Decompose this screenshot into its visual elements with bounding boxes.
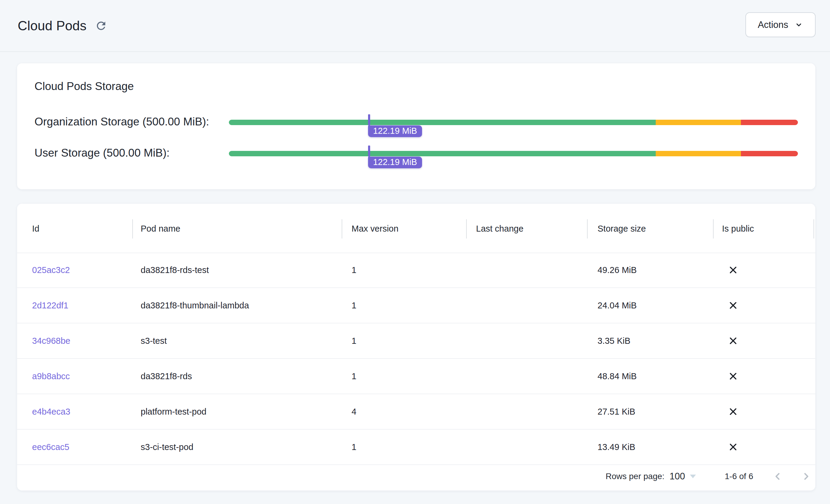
storage-progress-bar bbox=[229, 120, 798, 125]
organization-storage-label: Organization Storage (500.00 MiB): bbox=[34, 115, 209, 129]
column-separator bbox=[342, 219, 342, 239]
column-header-max-version[interactable]: Max version bbox=[352, 224, 398, 234]
row-storage-size: 48.84 MiB bbox=[598, 371, 637, 381]
table-body: 025ac3c2da3821f8-rds-test149.26 MiB2d122… bbox=[17, 253, 815, 465]
x-mark-icon bbox=[727, 300, 739, 311]
column-separator bbox=[813, 219, 814, 239]
storage-bar-green-segment bbox=[229, 120, 656, 125]
table-row: 34c968bes3-test13.35 KiB bbox=[17, 323, 815, 359]
row-max-version: 4 bbox=[352, 407, 356, 417]
user-storage-label: User Storage (500.00 MiB): bbox=[34, 146, 169, 160]
not-public-indicator bbox=[727, 441, 739, 453]
rows-per-page-value: 100 bbox=[670, 471, 685, 482]
storage-bar-red-segment bbox=[741, 120, 798, 125]
refresh-button[interactable] bbox=[94, 19, 108, 33]
chevron-right-icon bbox=[800, 470, 813, 483]
rows-per-page-select[interactable]: 100 bbox=[670, 471, 696, 482]
not-public-indicator bbox=[727, 371, 739, 382]
storage-usage-tooltip: 122.19 MiB bbox=[368, 157, 422, 168]
not-public-indicator bbox=[727, 335, 739, 346]
row-max-version: 1 bbox=[352, 336, 356, 346]
cloud-pods-storage-card: Cloud Pods Storage Organization Storage … bbox=[17, 63, 815, 189]
pagination-range-label: 1-6 of 6 bbox=[725, 472, 753, 481]
x-mark-icon bbox=[727, 441, 739, 453]
row-pod-name: s3-ci-test-pod bbox=[141, 442, 193, 452]
row-storage-size: 3.35 KiB bbox=[598, 336, 631, 346]
table-header-row: Id Pod name Max version Last change Stor… bbox=[17, 204, 815, 253]
caret-down-icon bbox=[690, 475, 696, 478]
x-mark-icon bbox=[727, 335, 739, 346]
row-id-link[interactable]: a9b8abcc bbox=[32, 371, 70, 381]
row-max-version: 1 bbox=[352, 442, 356, 452]
row-id-link[interactable]: 025ac3c2 bbox=[32, 265, 70, 275]
row-max-version: 1 bbox=[352, 265, 356, 275]
not-public-indicator bbox=[727, 300, 739, 311]
row-pod-name: platform-test-pod bbox=[141, 407, 206, 417]
row-id-link[interactable]: eec6cac5 bbox=[32, 442, 69, 452]
row-id-link[interactable]: e4b4eca3 bbox=[32, 407, 70, 417]
page-title: Cloud Pods bbox=[18, 18, 86, 33]
next-page-button[interactable] bbox=[799, 470, 813, 483]
storage-usage-marker bbox=[368, 146, 370, 157]
not-public-indicator bbox=[727, 406, 739, 417]
actions-button[interactable]: Actions bbox=[745, 12, 816, 37]
cloud-pods-table-card: Id Pod name Max version Last change Stor… bbox=[17, 204, 815, 491]
storage-card-title: Cloud Pods Storage bbox=[34, 80, 134, 93]
cloud-pods-page: Cloud Pods Actions Cloud Pods Storage Or… bbox=[0, 0, 830, 504]
storage-usage-tooltip: 122.19 MiB bbox=[368, 125, 422, 137]
row-max-version: 1 bbox=[352, 371, 356, 381]
x-mark-icon bbox=[727, 371, 739, 382]
storage-bar-yellow-segment bbox=[656, 151, 741, 156]
table-row: e4b4eca3platform-test-pod427.51 KiB bbox=[17, 394, 815, 430]
row-pod-name: s3-test bbox=[141, 336, 167, 346]
storage-bar-red-segment bbox=[741, 151, 798, 156]
row-id-link[interactable]: 2d122df1 bbox=[32, 301, 68, 311]
column-separator bbox=[713, 219, 713, 239]
chevron-left-icon bbox=[771, 470, 784, 483]
column-header-storage-size[interactable]: Storage size bbox=[598, 224, 646, 234]
storage-usage-marker bbox=[368, 114, 370, 125]
table-row: a9b8abccda3821f8-rds148.84 MiB bbox=[17, 359, 815, 394]
table-pagination: Rows per page: 100 1-6 of 6 bbox=[17, 462, 815, 491]
x-mark-icon bbox=[727, 406, 739, 417]
storage-bar-green-segment bbox=[229, 151, 656, 156]
column-header-id[interactable]: Id bbox=[32, 224, 39, 234]
previous-page-button[interactable] bbox=[771, 470, 785, 483]
actions-button-label: Actions bbox=[758, 20, 788, 30]
row-storage-size: 24.04 MiB bbox=[598, 301, 637, 311]
row-storage-size: 13.49 KiB bbox=[598, 442, 635, 452]
table-row: eec6cac5s3-ci-test-pod113.49 KiB bbox=[17, 430, 815, 465]
table-row: 2d122df1da3821f8-thumbnail-lambda124.04 … bbox=[17, 288, 815, 323]
row-storage-size: 27.51 KiB bbox=[598, 407, 635, 417]
chevron-down-icon bbox=[794, 21, 803, 29]
user-storage-bar: 122.19 MiB bbox=[229, 151, 798, 156]
row-max-version: 1 bbox=[352, 301, 356, 311]
column-separator bbox=[587, 219, 587, 239]
page-header: Cloud Pods Actions bbox=[0, 0, 830, 52]
row-pod-name: da3821f8-thumbnail-lambda bbox=[141, 301, 249, 311]
column-header-is-public[interactable]: Is public bbox=[722, 224, 754, 234]
x-mark-icon bbox=[727, 264, 739, 276]
refresh-icon bbox=[95, 20, 107, 32]
row-storage-size: 49.26 MiB bbox=[598, 265, 637, 275]
column-header-pod-name[interactable]: Pod name bbox=[141, 224, 180, 234]
column-header-last-change[interactable]: Last change bbox=[476, 224, 523, 234]
column-separator bbox=[132, 219, 133, 239]
not-public-indicator bbox=[727, 264, 739, 276]
table-row: 025ac3c2da3821f8-rds-test149.26 MiB bbox=[17, 253, 815, 288]
storage-bar-yellow-segment bbox=[656, 120, 741, 125]
rows-per-page-label: Rows per page: bbox=[606, 472, 664, 481]
row-pod-name: da3821f8-rds bbox=[141, 371, 192, 381]
row-id-link[interactable]: 34c968be bbox=[32, 336, 70, 346]
organization-storage-bar: 122.19 MiB bbox=[229, 120, 798, 125]
storage-progress-bar bbox=[229, 151, 798, 156]
row-pod-name: da3821f8-rds-test bbox=[141, 265, 209, 275]
column-separator bbox=[466, 219, 467, 239]
